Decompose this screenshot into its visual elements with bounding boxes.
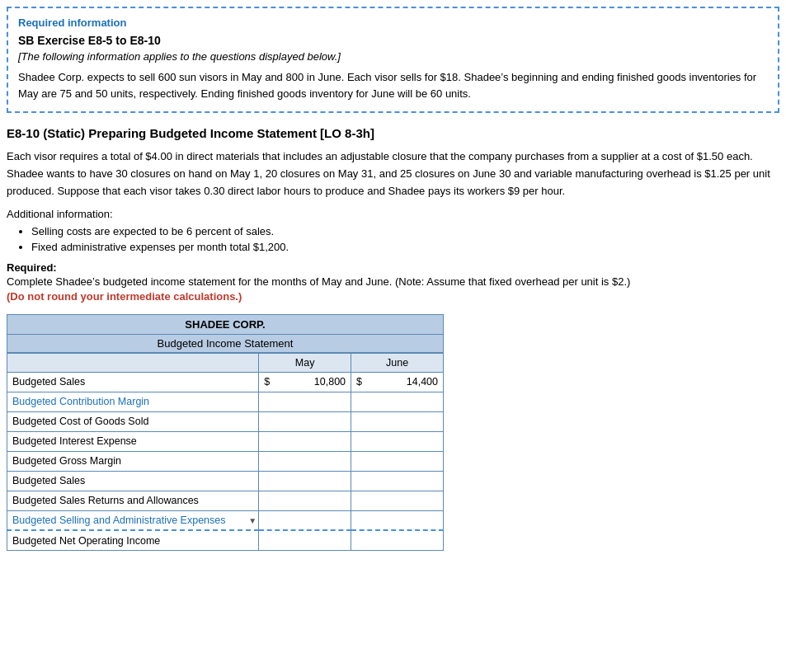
row-label-cell: Budgeted Interest Expense — [7, 431, 259, 451]
row-june-cell[interactable] — [351, 471, 444, 491]
table-statement-title: Budgeted Income Statement — [7, 335, 444, 353]
row-may-cell[interactable]: $10,800 — [259, 372, 351, 392]
row-label-cell: Budgeted Cost of Goods Sold — [7, 411, 259, 431]
row-june-cell[interactable] — [351, 431, 444, 451]
info-paragraph: Shadee Corp. expects to sell 600 sun vis… — [18, 69, 768, 101]
section-title: E8-10 (Static) Preparing Budgeted Income… — [7, 126, 779, 140]
body-paragraph: Each visor requires a total of $4.00 in … — [7, 148, 779, 200]
bullet-item-1: Selling costs are expected to be 6 perce… — [31, 225, 779, 237]
table-row: Budgeted Cost of Goods Sold — [7, 411, 444, 431]
may-value: 10,800 — [273, 376, 346, 388]
table-row: Budgeted Gross Margin — [7, 451, 444, 471]
table-company-name: SHADEE CORP. — [7, 314, 444, 335]
row-label-cell: Budgeted Contribution Margin — [7, 392, 259, 411]
table-row: Budgeted Sales$10,800$14,400 — [7, 372, 444, 392]
bullet-list: Selling costs are expected to be 6 perce… — [31, 225, 779, 253]
row-june-cell[interactable] — [351, 451, 444, 471]
row-june-cell[interactable]: $14,400 — [351, 372, 444, 392]
main-content: E8-10 (Static) Preparing Budgeted Income… — [0, 126, 786, 557]
italic-note: [The following information applies to th… — [18, 50, 768, 63]
table-row: Budgeted Sales — [7, 471, 444, 491]
required-label: Required: — [7, 261, 57, 274]
row-may-cell[interactable] — [259, 491, 351, 510]
row-may-cell[interactable] — [259, 431, 351, 451]
dropdown-arrow-icon[interactable]: ▼ — [248, 516, 257, 525]
june-value: 14,400 — [365, 376, 438, 388]
additional-info-label: Additional information: — [7, 208, 779, 220]
required-block: Required: Complete Shadee’s budgeted inc… — [7, 261, 779, 290]
required-info-label: Required information — [18, 16, 768, 29]
row-may-cell[interactable] — [259, 510, 351, 530]
row-label: Budgeted Selling and Administrative Expe… — [12, 515, 226, 526]
col-label-header — [7, 353, 259, 372]
row-may-cell[interactable] — [259, 471, 351, 491]
budget-table: May June Budgeted Sales$10,800$14,400Bud… — [7, 353, 444, 551]
row-june-cell[interactable] — [351, 510, 444, 530]
row-label-cell: Budgeted Selling and Administrative Expe… — [7, 510, 259, 530]
budget-table-wrapper: SHADEE CORP. Budgeted Income Statement M… — [7, 314, 444, 551]
table-row: Budgeted Interest Expense — [7, 431, 444, 451]
bullet-item-2: Fixed administrative expenses per month … — [31, 241, 779, 253]
row-label-cell: Budgeted Net Operating Income — [7, 530, 259, 550]
required-text: Complete Shadee’s budgeted income statem… — [7, 275, 630, 288]
table-row: Budgeted Selling and Administrative Expe… — [7, 510, 444, 530]
col-may-header: May — [259, 353, 351, 372]
required-info-section: Required information SB Exercise E8-5 to… — [7, 7, 779, 113]
exercise-title: SB Exercise E8-5 to E8-10 — [18, 34, 768, 47]
row-june-cell[interactable] — [351, 411, 444, 431]
table-row: Budgeted Net Operating Income — [7, 530, 444, 550]
row-label-cell: Budgeted Sales — [7, 471, 259, 491]
row-june-cell[interactable] — [351, 392, 444, 411]
do-not-round: (Do not round your intermediate calculat… — [7, 290, 779, 303]
row-may-cell[interactable] — [259, 451, 351, 471]
row-june-cell[interactable] — [351, 491, 444, 510]
col-june-header: June — [351, 353, 444, 372]
may-dollar: $ — [264, 376, 270, 388]
row-may-cell[interactable] — [259, 530, 351, 550]
row-may-cell[interactable] — [259, 411, 351, 431]
row-june-cell[interactable] — [351, 530, 444, 550]
row-label-cell: Budgeted Sales Returns and Allowances — [7, 491, 259, 510]
table-row: Budgeted Contribution Margin — [7, 392, 444, 411]
row-label-cell: Budgeted Gross Margin — [7, 451, 259, 471]
row-label-cell: Budgeted Sales — [7, 372, 259, 392]
row-may-cell[interactable] — [259, 392, 351, 411]
june-dollar: $ — [356, 376, 362, 388]
table-row: Budgeted Sales Returns and Allowances — [7, 491, 444, 510]
row-label: Budgeted Contribution Margin — [12, 396, 149, 407]
